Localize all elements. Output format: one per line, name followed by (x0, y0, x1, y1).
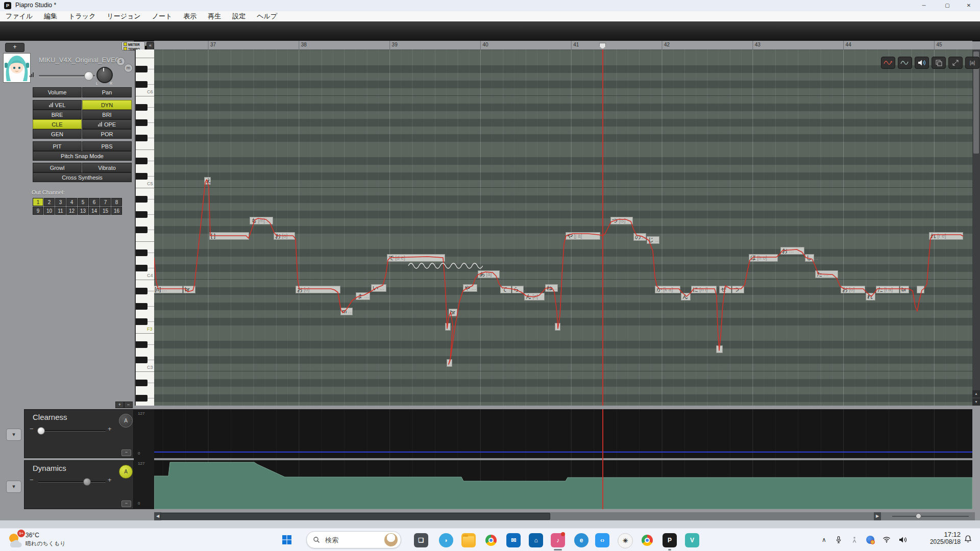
taskbar-store[interactable]: ⌂ (529, 533, 543, 547)
taskbar-copilot[interactable]: ◗ (439, 533, 453, 547)
taskbar-task-view[interactable]: ❏ (414, 533, 428, 547)
scroll-down-icon[interactable]: ▼ (972, 398, 980, 406)
out-channel-12[interactable]: 12 (66, 207, 77, 215)
out-channel-15[interactable]: 15 (100, 207, 111, 215)
out-channel-16[interactable]: 16 (111, 207, 122, 215)
taskbar-piapro-app[interactable]: P (663, 533, 677, 547)
black-key[interactable] (136, 357, 148, 363)
out-channel-7[interactable]: 7 (100, 198, 111, 206)
taskbar-vscode[interactable]: ‹› (595, 533, 609, 547)
black-key[interactable] (136, 135, 148, 141)
clearness-minus[interactable]: − (30, 425, 34, 433)
clearness-expand-chevron[interactable]: ▾ (6, 429, 21, 441)
solo-button[interactable]: S (116, 57, 125, 66)
playhead-line[interactable] (602, 49, 603, 406)
param-button-vibrato[interactable]: Vibrato (82, 163, 132, 172)
param-button-pan[interactable]: Pan (82, 87, 132, 97)
colored-app-tray-icon[interactable] (866, 536, 874, 544)
black-key[interactable] (136, 288, 148, 294)
search-highlight-image[interactable] (384, 533, 398, 546)
param-button-growl[interactable]: Growl (33, 163, 82, 172)
black-key[interactable] (136, 341, 148, 348)
start-button[interactable] (282, 535, 292, 547)
track-name[interactable]: MIKU_V4X_Original_EVEC (39, 56, 120, 64)
menu-item-6[interactable]: 再生 (202, 11, 227, 21)
horizontal-scrollbar[interactable]: ◀ ▶ (154, 512, 975, 520)
expand-icon[interactable] (948, 57, 963, 69)
timeline-ruler[interactable]: 373839404142434445 (154, 41, 972, 50)
black-key[interactable] (136, 227, 148, 233)
param-button-gen[interactable]: GEN (33, 129, 82, 139)
param-button-dyn[interactable]: DYN (82, 100, 132, 110)
notification-bell-icon[interactable]: z (964, 535, 972, 545)
black-key[interactable] (136, 265, 148, 271)
out-channel-4[interactable]: 4 (66, 198, 77, 206)
out-channel-11[interactable]: 11 (55, 207, 66, 215)
scroll-right-icon[interactable]: ▶ (874, 512, 881, 520)
weather-description[interactable]: 晴れのちくもり (26, 540, 66, 547)
pitch-wave-icon[interactable] (898, 57, 912, 69)
clearness-collapse-button[interactable]: − (121, 449, 131, 456)
menu-item-3[interactable]: リージョン (101, 11, 146, 21)
taskbar-edge[interactable]: e (574, 533, 589, 547)
minimize-button[interactable]: ─ (913, 0, 935, 11)
out-channel-13[interactable]: 13 (78, 207, 88, 215)
taskbar-outlook[interactable]: ✉ (506, 533, 521, 547)
dynamics-expand-chevron[interactable]: ▾ (6, 481, 21, 493)
param-button-bri[interactable]: BRI (82, 110, 132, 119)
menu-item-5[interactable]: 表示 (178, 11, 202, 21)
black-key[interactable] (136, 173, 148, 180)
taskbar-chatgpt[interactable]: ✳ (618, 533, 633, 548)
dynamics-plus[interactable]: + (108, 476, 112, 484)
dynamics-slider[interactable] (38, 481, 106, 483)
tray-chevron-up-icon[interactable]: ∧ (822, 536, 826, 543)
phoneme-icon[interactable]: [a] (965, 57, 979, 69)
param-button-volume[interactable]: Volume (33, 87, 82, 97)
black-key[interactable] (136, 303, 148, 310)
black-key[interactable] (136, 196, 148, 203)
pitch-draw-icon[interactable] (881, 57, 895, 69)
wifi-icon[interactable] (883, 536, 891, 543)
black-key[interactable] (136, 395, 148, 402)
menu-item-1[interactable]: 編集 (38, 11, 63, 21)
black-key[interactable] (136, 104, 148, 111)
out-channel-3[interactable]: 3 (55, 198, 66, 206)
out-channel-14[interactable]: 14 (89, 207, 100, 215)
miku-avatar[interactable] (3, 53, 31, 83)
mute-button[interactable]: m (124, 64, 133, 72)
out-channel-1[interactable]: 1 (33, 198, 43, 206)
out-channel-6[interactable]: 6 (89, 198, 100, 206)
parameter-lanes[interactable] (154, 409, 972, 509)
black-key[interactable] (136, 81, 148, 88)
pan-knob[interactable] (96, 67, 113, 83)
add-track-button[interactable]: + (5, 43, 24, 52)
taskbar-voice-app[interactable]: V (685, 533, 699, 547)
maximize-button[interactable]: ▢ (936, 0, 959, 11)
hzoom-thumb[interactable] (916, 513, 921, 519)
dynamics-thumb[interactable] (83, 478, 91, 486)
param-button-por[interactable]: POR (82, 129, 132, 139)
zoom-in-button[interactable]: + (115, 402, 124, 408)
collapse-panel-button[interactable]: « (146, 42, 154, 50)
search-input[interactable]: 検索 (306, 531, 401, 548)
black-key[interactable] (136, 66, 148, 72)
taskbar-browser-2[interactable] (640, 533, 654, 547)
taskbar-chrome[interactable] (484, 533, 498, 547)
out-channel-5[interactable]: 5 (78, 198, 88, 206)
clock[interactable]: 17:12 2025/08/18 (925, 531, 961, 545)
microphone-icon[interactable] (835, 536, 843, 544)
param-button-pit[interactable]: PIT (33, 141, 82, 151)
param-button-pbs[interactable]: PBS (82, 141, 132, 151)
hzoom-slider[interactable] (892, 516, 969, 517)
piano-roll[interactable]: [n]…br…え[ ]も[m]…お[o]お[o]m…ま…い…で[d e]brや…… (154, 49, 972, 406)
clearness-plus[interactable]: + (108, 425, 112, 433)
copy-icon[interactable] (932, 57, 946, 69)
out-channel-9[interactable]: 9 (33, 207, 43, 215)
menu-item-4[interactable]: ノート (146, 11, 178, 21)
menu-item-2[interactable]: トラック (63, 11, 101, 21)
param-button-cle[interactable]: CLE (33, 119, 82, 129)
black-key[interactable] (136, 249, 148, 256)
vertical-scrollbar[interactable]: ▲ ▼ (972, 49, 980, 406)
black-key[interactable] (136, 158, 148, 164)
menu-item-8[interactable]: ヘルプ (251, 11, 283, 21)
